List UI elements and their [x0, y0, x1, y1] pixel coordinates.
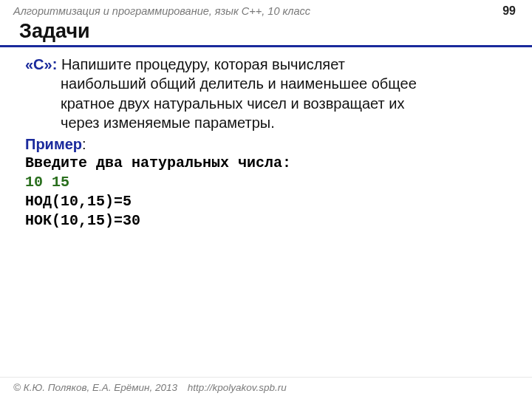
- page-number: 99: [502, 4, 516, 18]
- task-marker: «С»:: [25, 56, 57, 72]
- example-out-2: НОК(10,15)=30: [25, 212, 140, 229]
- header-bar: Алгоритмизация и программирование, язык …: [0, 0, 532, 18]
- task-text-1: Напишите процедуру, которая вычисляет: [57, 56, 344, 72]
- footer-url: http://kpolyakov.spb.ru: [188, 382, 287, 393]
- example-output: Введите два натуральных числа: 10 15 НОД…: [25, 154, 510, 231]
- task-line-4: через изменяемые параметры.: [25, 113, 510, 132]
- task-line-2: наибольший общий делитель и наименьшее о…: [25, 74, 510, 93]
- slide-title: Задачи: [0, 18, 532, 47]
- example-label: Пример:: [25, 134, 510, 154]
- content: «С»: Напишите процедуру, которая вычисля…: [0, 47, 532, 231]
- task-line-1: «С»: Напишите процедуру, которая вычисля…: [25, 55, 510, 74]
- footer: © К.Ю. Поляков, Е.А. Ерёмин, 2013 http:/…: [0, 377, 532, 399]
- example-out-1: НОД(10,15)=5: [25, 193, 132, 210]
- footer-copyright: © К.Ю. Поляков, Е.А. Ерёмин, 2013: [13, 382, 177, 393]
- example-colon: :: [82, 136, 86, 152]
- task-line-3: кратное двух натуральных чисел и возвращ…: [25, 94, 510, 113]
- slide: Алгоритмизация и программирование, язык …: [0, 0, 532, 399]
- task-block: «С»: Напишите процедуру, которая вычисля…: [25, 55, 510, 133]
- course-title: Алгоритмизация и программирование, язык …: [13, 5, 310, 17]
- example-prompt: Введите два натуральных числа:: [25, 154, 291, 171]
- example-label-text: Пример: [25, 136, 82, 152]
- example-input: 10 15: [25, 174, 69, 191]
